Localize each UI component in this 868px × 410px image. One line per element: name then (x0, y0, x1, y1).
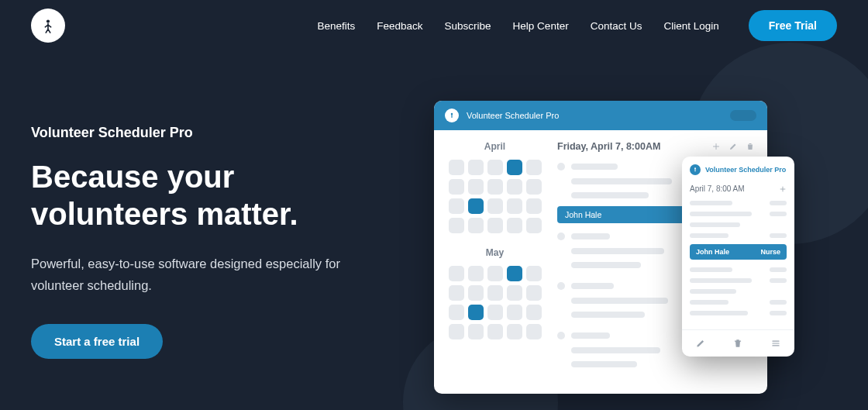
nav-links: Benefits Feedback Subscribe Help Center … (317, 10, 837, 41)
plus-icon (779, 185, 787, 193)
mobile-date: April 7, 8:00 AM (690, 184, 745, 193)
assignment-role: Nurse (760, 248, 780, 256)
svg-rect-2 (451, 115, 452, 118)
app-title: Volunteer Scheduler Pro (467, 111, 722, 120)
calendar-column: April May (446, 141, 543, 375)
app-logo-icon (445, 109, 459, 122)
mobile-highlighted-assignment: John Hale Nurse (690, 244, 787, 260)
product-mockups: Volunteer Scheduler Pro April May (434, 101, 767, 394)
mobile-app-title: Volunteer Scheduler Pro (705, 166, 786, 174)
selected-day (468, 305, 484, 320)
menu-icon (770, 338, 781, 349)
plus-icon (711, 142, 721, 151)
calendar-grid-may (446, 266, 543, 339)
mockup-header: Volunteer Scheduler Pro (434, 101, 767, 130)
svg-point-0 (46, 19, 50, 22)
app-logo-icon (690, 164, 701, 175)
assignment-name: John Hale (696, 248, 729, 256)
assignment-name: John Hale (565, 210, 601, 219)
free-trial-button[interactable]: Free Trial (749, 10, 837, 41)
nav-link-contact-us[interactable]: Contact Us (591, 20, 642, 32)
nav-link-client-login[interactable]: Client Login (663, 20, 718, 32)
hero-section: Volunteer Scheduler Pro Because your vol… (0, 43, 388, 359)
hero-subhead: Powerful, easy-to-use software designed … (31, 253, 356, 296)
detail-date-title: Friday, April 7, 8:00AM (557, 141, 704, 152)
calendar-grid-april (446, 160, 543, 233)
nav-link-help-center[interactable]: Help Center (513, 20, 569, 32)
pencil-icon (728, 142, 738, 151)
brand-name: Volunteer Scheduler Pro (31, 125, 388, 141)
trash-icon (732, 338, 743, 349)
mobile-mockup: Volunteer Scheduler Pro April 7, 8:00 AM… (682, 157, 794, 357)
nav-link-benefits[interactable]: Benefits (317, 20, 355, 32)
hero-headline: Because your volunteers matter. (31, 158, 388, 233)
header-pill (730, 110, 756, 121)
svg-rect-4 (695, 169, 696, 171)
selected-day (507, 266, 522, 281)
mobile-footer (682, 329, 794, 357)
nav-link-feedback[interactable]: Feedback (377, 20, 422, 32)
pencil-icon (695, 338, 706, 349)
trash-icon (746, 142, 755, 151)
month-label-april: April (446, 141, 543, 152)
site-logo[interactable] (31, 9, 65, 43)
start-free-trial-button[interactable]: Start a free trial (31, 324, 163, 359)
nav-link-subscribe[interactable]: Subscribe (445, 20, 491, 32)
selected-day (507, 160, 522, 175)
month-label-may: May (446, 247, 543, 258)
selected-day (468, 198, 484, 214)
top-nav: Benefits Feedback Subscribe Help Center … (0, 0, 868, 43)
person-icon (40, 17, 57, 34)
